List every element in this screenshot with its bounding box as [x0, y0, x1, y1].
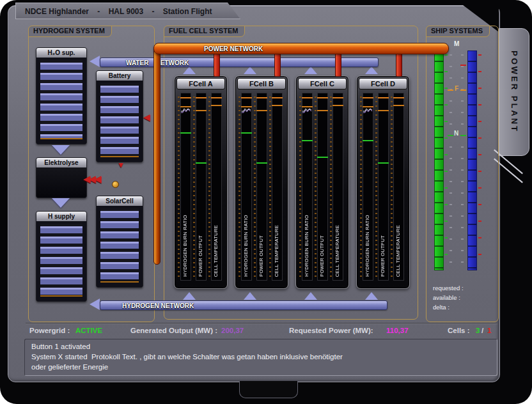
gauge-cell-temperature: CELL TEMPERATURE: [211, 93, 222, 281]
scale-dash-orange: [460, 89, 466, 91]
trace-line-icon: [242, 108, 251, 114]
gauge-tick: [363, 106, 373, 107]
gauge-tick: [211, 105, 222, 106]
gauge-cell-temperature: CELL TEMPERATURE: [393, 93, 404, 281]
center-scale-ticks: [461, 54, 464, 265]
gauge-power-output: POWER OUTPUT: [378, 93, 389, 281]
gauge-tick: [196, 110, 207, 111]
elektrolyse-module[interactable]: Elektrolyse: [36, 157, 87, 198]
gauge-label: CELL TEMPERATURE: [213, 225, 219, 277]
window-title: NDCE Highlander - HAL 9003 - Station Fli…: [15, 3, 240, 19]
gauge-tick: [256, 162, 267, 164]
fuel-cell-c-header[interactable]: FCell C: [298, 78, 347, 89]
flow-node-indicator: [112, 181, 119, 188]
water-connector-icon: [244, 66, 256, 74]
gauge-power-output: POWER OUTPUT: [256, 93, 267, 281]
gauge-tick: [317, 157, 328, 158]
gauge-tick: [378, 97, 389, 98]
gauge-label: POWER OUTPUT: [380, 235, 386, 277]
h-supply-label: H supply: [36, 212, 86, 222]
gauge-tick: [302, 97, 313, 98]
water-network-arrow-icon: [90, 56, 100, 67]
hydrogen-connector-icon: [244, 292, 256, 300]
trace-line-icon: [302, 108, 312, 114]
gauge-tick: [317, 110, 328, 111]
gauge-tick: [332, 105, 343, 106]
power-network-bus[interactable]: POWER NETWORK: [153, 43, 449, 54]
readout-requested: requested :: [433, 284, 464, 291]
tab-power-plant[interactable]: POWER PLANT: [499, 28, 529, 156]
powergrid-label: Powergrid :: [29, 327, 70, 334]
power-connector: [396, 51, 402, 77]
gauge-tick: [393, 97, 404, 98]
ship-systems-panel: SHIP SYSTEMS M F N requested : available…: [426, 26, 499, 322]
fuel-cell-b-header[interactable]: FCell B: [237, 78, 286, 89]
gauge-tick: [363, 97, 373, 98]
ship-load-bar-blue: [467, 50, 477, 270]
trace-line-icon: [181, 108, 191, 114]
gauge-tick: [302, 140, 313, 141]
hydrogen-network-bus[interactable]: HYDROGEN NETWORK: [100, 300, 387, 310]
power-network-label: POWER NETWORK: [204, 45, 263, 52]
h-supply-module[interactable]: H supply: [36, 211, 87, 302]
solarcell-module[interactable]: SolarCell: [96, 196, 143, 288]
green-scale-ticks: [444, 54, 448, 265]
gauge-tick: [272, 97, 283, 98]
log-panel[interactable]: Button 1 activated System X started Prot…: [24, 339, 497, 376]
trace-line-icon: [363, 108, 373, 114]
elektrolyse-label: Elektrolyse: [36, 158, 86, 168]
cells-ok-count: 3: [476, 327, 480, 334]
fuel-cell-a[interactable]: FCell A HYDROGEN BURN RATIO POWER OUTPUT…: [174, 75, 228, 289]
power-network-feed-line: [153, 47, 160, 265]
gauge-tick: [378, 162, 389, 164]
gauge-tick: [332, 97, 343, 98]
gauge-tick: [378, 110, 389, 111]
ship-systems-title: SHIP SYSTEMS: [426, 26, 490, 37]
gauge-hydrogen-burn-ratio: HYDROGEN BURN RATIO: [363, 93, 373, 281]
scale-label-f: F: [455, 85, 458, 92]
gauge-tick: [241, 132, 252, 134]
scale-dash-green: [448, 135, 453, 136]
fuel-cell-c[interactable]: FCell C HYDROGEN BURN RATIO POWER OUTPUT…: [295, 75, 349, 289]
gauge-tick: [211, 97, 222, 98]
red-scale-ticks: [478, 54, 481, 265]
gauge-label: CELL TEMPERATURE: [274, 225, 279, 277]
hydrogen-connector-icon: [183, 292, 196, 300]
bezel-bottom-notch: [239, 381, 298, 398]
scale-dash-green: [460, 135, 466, 136]
fuel-cell-a-header[interactable]: FCell A: [176, 78, 225, 89]
fuel-cell-d[interactable]: FCell D HYDROGEN BURN RATIO POWER OUTPUT…: [356, 75, 410, 289]
tab-power-plant-label: POWER PLANT: [510, 50, 519, 133]
gauge-label: HYDROGEN BURN RATIO: [364, 215, 370, 277]
cells-label: Cells :: [448, 327, 470, 334]
red-arrow-left-icon: ◀: [143, 113, 150, 121]
gauge-tick: [256, 97, 267, 98]
power-connector: [214, 51, 220, 77]
gauge-cell-temperature: CELL TEMPERATURE: [332, 93, 343, 281]
readout-available: available :: [433, 294, 460, 301]
gauge-label: CELL TEMPERATURE: [334, 225, 340, 277]
ship-load-bar-green: [434, 50, 444, 270]
red-arrows-left-icon: ◀◀◀: [83, 174, 100, 183]
hydrogen-network-label: HYDROGEN NETWORK: [122, 302, 194, 309]
gauge-tick: [180, 132, 191, 134]
battery-module[interactable]: Battery: [96, 70, 143, 162]
power-plant-screen: NDCE Highlander - HAL 9003 - Station Fli…: [0, 0, 532, 404]
cells-fail-count: 1: [487, 327, 491, 334]
gauge-tick: [196, 97, 207, 98]
h2o-tank-level: [40, 60, 82, 139]
water-connector-icon: [304, 66, 317, 74]
gauge-tick: [317, 97, 328, 98]
h2o-supply-module[interactable]: H₂O sup.: [36, 47, 87, 144]
battery-level: [100, 83, 139, 157]
gauge-power-output: POWER OUTPUT: [196, 93, 207, 281]
gauge-tick: [241, 97, 252, 98]
gauge-label: HYDROGEN BURN RATIO: [243, 215, 249, 277]
scale-label-n: N: [454, 130, 458, 137]
h-supply-tank-level: [40, 224, 82, 297]
gauge-hydrogen-burn-ratio: HYDROGEN BURN RATIO: [241, 93, 252, 281]
fuel-cell-d-header[interactable]: FCell D: [359, 78, 407, 89]
fuel-cell-b[interactable]: FCell B HYDROGEN BURN RATIO POWER OUTPUT…: [235, 75, 288, 289]
gauge-tick: [256, 110, 267, 111]
generated-output-label: Generated Output (MW) :: [130, 327, 217, 334]
